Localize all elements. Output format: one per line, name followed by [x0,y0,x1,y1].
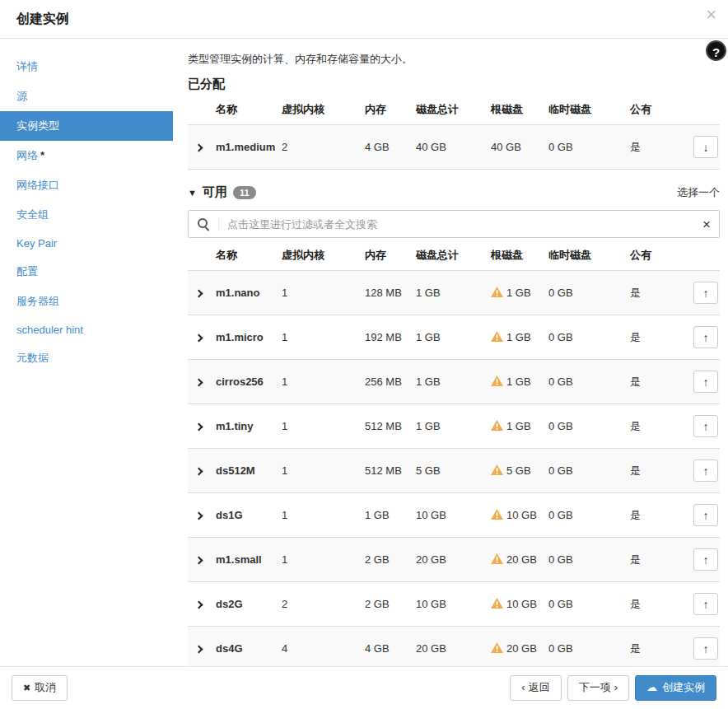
warning-icon [491,553,503,567]
required-asterisk: * [40,149,44,161]
flavor-public: 是 [630,538,680,582]
allocate-button[interactable]: ↑ [693,371,718,393]
flavor-name: ds512M [216,449,282,493]
back-label: 返回 [529,681,550,693]
allocate-button[interactable]: ↑ [693,548,718,571]
column-header: 公有 [630,94,680,125]
flavor-vcpus: 1 [282,360,365,404]
warning-icon [491,287,503,300]
flavor-ram: 4 GB [365,627,416,667]
warning-icon [491,420,503,433]
flavor-name: m1.micro [216,315,282,360]
allocate-button[interactable]: ↑ [693,459,718,482]
expand-chevron-icon[interactable] [195,468,203,476]
wizard-nav: 详情源实例类型网络*网络接口安全组Key Pair配置服务器组scheduler… [0,39,173,666]
allocate-button[interactable]: ↑ [693,415,718,437]
back-chevron-icon: ‹ [521,681,525,693]
allocated-table: 名称虚拟内核内存磁盘总计根磁盘临时磁盘公有 m1.medium24 GB40 G… [188,94,720,170]
close-icon[interactable]: × [706,6,716,24]
sidebar-item-5[interactable]: 网络接口 [0,170,173,200]
next-label: 下一项 [579,681,611,693]
sidebar-item-6[interactable]: 安全组 [0,200,173,230]
expand-chevron-icon[interactable] [195,379,203,387]
flavor-ephemeral-disk: 0 GB [548,582,630,627]
allocate-button[interactable]: ↑ [693,504,718,526]
flavor-name: m1.medium [216,125,282,170]
flavor-root-disk: 10 GB [491,493,548,538]
flavor-ephemeral-disk: 0 GB [548,493,630,538]
column-header: 内存 [365,240,416,271]
available-section-header: ▼ 可用 11 选择一个 [188,184,720,200]
back-button[interactable]: ‹返回 [510,675,561,701]
column-header: 虚拟内核 [282,240,365,271]
flavor-ram: 2 GB [365,582,416,627]
expand-chevron-icon[interactable] [195,290,203,298]
sidebar-item-4[interactable]: 网络* [0,141,173,170]
flavor-name: m1.tiny [216,404,282,449]
help-icon[interactable]: ? [706,40,726,61]
sidebar-item-11[interactable]: 元数据 [0,343,173,373]
expand-chevron-icon[interactable] [195,144,203,152]
column-header: 根磁盘 [491,94,548,125]
sidebar-item-2[interactable]: 源 [0,82,173,111]
sidebar-item-7[interactable]: Key Pair [0,230,173,257]
allocate-button[interactable]: ↑ [693,593,718,615]
step-description: 类型管理实例的计算、内存和存储容量的大小。 [188,52,720,67]
expand-chevron-icon[interactable] [195,512,203,520]
column-header: 临时磁盘 [548,240,630,271]
column-spacer [680,240,720,271]
flavor-root-disk: 1 GB [491,404,548,449]
expand-chevron-icon[interactable] [195,334,203,343]
clear-search-icon[interactable]: × [696,217,711,231]
deallocate-button[interactable]: ↓ [693,136,718,158]
flavor-root-disk: 20 GB [491,627,548,667]
flavor-row: ds1G11 GB10 GB10 GB0 GB是↑ [188,493,720,538]
create-instance-button[interactable]: ☁创建实例 [635,675,716,701]
sidebar-item-1[interactable]: 详情 [0,52,173,82]
modal-title: 创建实例 [16,12,69,26]
allocate-button[interactable]: ↑ [693,282,718,304]
cancel-button[interactable]: ✖取消 [12,675,68,701]
flavor-ram: 1 GB [365,493,416,538]
flavor-name: m1.small [216,538,282,582]
flavor-public: 是 [630,271,680,315]
flavor-public: 是 [630,627,680,667]
sidebar-item-9[interactable]: 服务器组 [0,287,173,316]
collapse-caret-icon[interactable]: ▼ [188,188,197,198]
flavor-root-disk: 1 GB [491,271,548,315]
allocate-button[interactable]: ↑ [693,637,718,660]
sidebar-item-10[interactable]: scheduler hint [0,316,173,343]
column-header: 磁盘总计 [416,94,491,125]
flavor-root-disk: 1 GB [491,315,548,360]
flavor-total-disk: 40 GB [416,125,491,170]
flavor-ram: 4 GB [365,125,416,170]
flavor-ram: 512 MB [365,404,416,449]
flavor-name: m1.nano [216,271,282,315]
column-header: 名称 [216,94,282,125]
expand-chevron-icon[interactable] [195,601,203,609]
flavor-ephemeral-disk: 0 GB [548,404,630,449]
flavor-root-disk: 10 GB [491,582,548,627]
flavor-row: cirros2561256 MB1 GB1 GB0 GB是↑ [188,360,720,404]
search-input[interactable] [227,218,696,231]
allocate-button[interactable]: ↑ [693,326,718,348]
expand-chevron-icon[interactable] [195,423,203,431]
flavor-total-disk: 1 GB [416,315,491,360]
sidebar-item-8[interactable]: 配置 [0,257,173,287]
flavor-ram: 192 MB [365,315,416,360]
flavor-total-disk: 1 GB [416,271,491,315]
column-header: 公有 [630,240,680,271]
flavor-row: m1.nano1128 MB1 GB1 GB0 GB是↑ [188,271,720,315]
flavor-vcpus: 1 [282,271,365,315]
sidebar-item-3[interactable]: 实例类型 [0,111,173,141]
expand-chevron-icon[interactable] [195,557,203,565]
flavor-row: ds512M1512 MB5 GB5 GB0 GB是↑ [188,449,720,493]
flavor-row: m1.small12 GB20 GB20 GB0 GB是↑ [188,538,720,582]
cancel-label: 取消 [35,681,56,693]
flavor-total-disk: 10 GB [416,582,491,627]
flavor-public: 是 [630,404,680,449]
next-button[interactable]: 下一项› [567,675,629,701]
flavor-name: ds4G [216,627,282,667]
expand-chevron-icon[interactable] [195,646,203,654]
flavor-name: cirros256 [216,360,282,404]
